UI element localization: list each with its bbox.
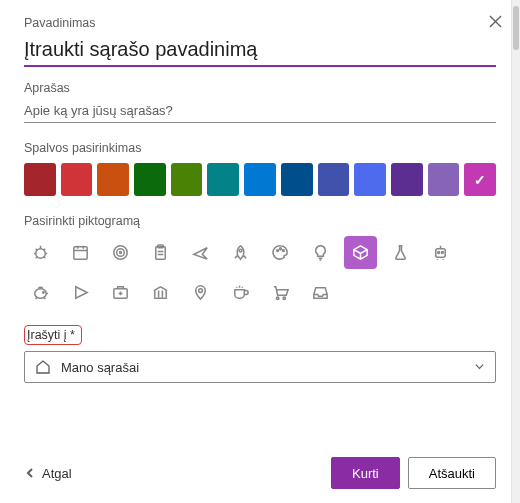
save-to-label: Įrašyti į * bbox=[24, 325, 82, 345]
airplane-icon[interactable] bbox=[184, 236, 217, 269]
scrollbar[interactable] bbox=[511, 0, 520, 503]
dropdown-selected-text: Mano sąrašai bbox=[61, 360, 474, 375]
color-swatch-purple[interactable] bbox=[428, 163, 460, 196]
svg-point-8 bbox=[277, 250, 279, 252]
close-button[interactable] bbox=[484, 10, 506, 32]
title-input[interactable] bbox=[24, 36, 496, 67]
bug-icon[interactable] bbox=[24, 236, 57, 269]
color-swatch-orange[interactable] bbox=[97, 163, 129, 196]
svg-point-18 bbox=[276, 297, 278, 299]
robot-icon[interactable] bbox=[424, 236, 457, 269]
color-swatch-royal-blue[interactable] bbox=[318, 163, 350, 196]
rocket-icon[interactable] bbox=[224, 236, 257, 269]
back-button[interactable]: Atgal bbox=[24, 466, 72, 481]
inbox-icon[interactable] bbox=[304, 276, 337, 309]
bank-icon[interactable] bbox=[144, 276, 177, 309]
location-icon[interactable] bbox=[184, 276, 217, 309]
svg-rect-5 bbox=[156, 247, 166, 259]
color-swatch-dark-red[interactable] bbox=[24, 163, 56, 196]
svg-point-7 bbox=[239, 249, 242, 252]
title-label: Pavadinimas bbox=[24, 16, 496, 30]
svg-point-2 bbox=[114, 246, 127, 259]
svg-point-10 bbox=[282, 250, 284, 252]
svg-point-15 bbox=[43, 292, 44, 293]
flask-icon[interactable] bbox=[384, 236, 417, 269]
color-swatch-row bbox=[24, 163, 496, 196]
svg-point-4 bbox=[120, 252, 122, 254]
back-label: Atgal bbox=[42, 466, 72, 481]
svg-point-19 bbox=[283, 297, 285, 299]
calendar-icon[interactable] bbox=[64, 236, 97, 269]
color-swatch-pink[interactable] bbox=[464, 163, 496, 196]
palette-icon[interactable] bbox=[264, 236, 297, 269]
create-button[interactable]: Kurti bbox=[331, 457, 400, 489]
color-swatch-red[interactable] bbox=[61, 163, 93, 196]
svg-point-14 bbox=[35, 289, 46, 299]
description-input[interactable] bbox=[24, 101, 496, 123]
cancel-button[interactable]: Atšaukti bbox=[408, 457, 496, 489]
color-swatch-teal[interactable] bbox=[207, 163, 239, 196]
chevron-down-icon bbox=[474, 360, 485, 375]
lightbulb-icon[interactable] bbox=[304, 236, 337, 269]
home-icon bbox=[35, 359, 51, 375]
description-label: Aprašas bbox=[24, 81, 496, 95]
svg-point-17 bbox=[199, 289, 203, 293]
color-swatch-indigo[interactable] bbox=[354, 163, 386, 196]
svg-point-9 bbox=[280, 248, 282, 250]
first-aid-icon[interactable] bbox=[104, 276, 137, 309]
color-swatch-blue[interactable] bbox=[281, 163, 313, 196]
piggy-bank-icon[interactable] bbox=[24, 276, 57, 309]
cube-icon[interactable] bbox=[344, 236, 377, 269]
svg-point-12 bbox=[438, 252, 440, 254]
play-icon[interactable] bbox=[64, 276, 97, 309]
color-swatch-green[interactable] bbox=[171, 163, 203, 196]
coffee-icon[interactable] bbox=[224, 276, 257, 309]
color-section-label: Spalvos pasirinkimas bbox=[24, 141, 496, 155]
icon-section-label: Pasirinkti piktogramą bbox=[24, 214, 496, 228]
cart-icon[interactable] bbox=[264, 276, 297, 309]
save-location-dropdown[interactable]: Mano sąrašai bbox=[24, 351, 496, 383]
icon-grid bbox=[24, 236, 494, 309]
svg-point-13 bbox=[441, 252, 443, 254]
svg-rect-1 bbox=[74, 247, 87, 259]
clipboard-icon[interactable] bbox=[144, 236, 177, 269]
color-swatch-dark-green[interactable] bbox=[134, 163, 166, 196]
color-swatch-dark-purple[interactable] bbox=[391, 163, 423, 196]
svg-point-3 bbox=[117, 249, 125, 257]
target-icon[interactable] bbox=[104, 236, 137, 269]
color-swatch-cyan[interactable] bbox=[244, 163, 276, 196]
